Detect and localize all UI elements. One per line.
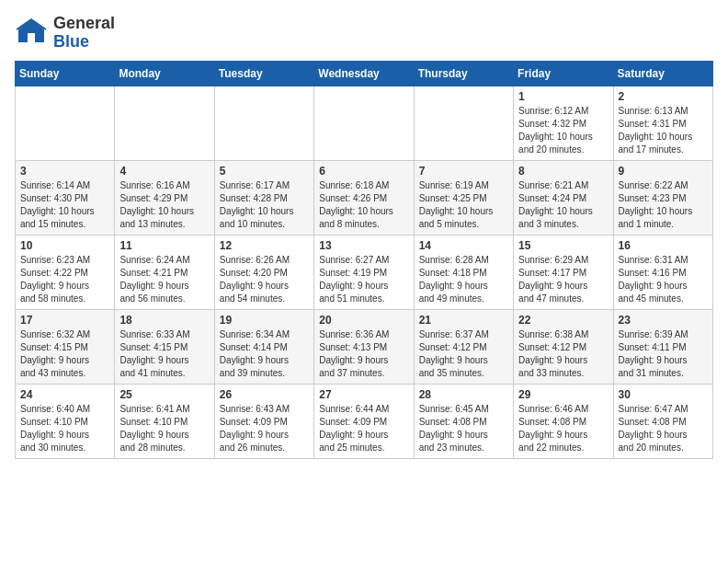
day-header-sunday: Sunday [16, 61, 115, 86]
day-info: Sunrise: 6:14 AM Sunset: 4:30 PM Dayligh… [20, 179, 109, 231]
calendar-cell: 26Sunrise: 6:43 AM Sunset: 4:09 PM Dayli… [214, 384, 313, 458]
calendar-cell: 4Sunrise: 6:16 AM Sunset: 4:29 PM Daylig… [115, 160, 214, 235]
day-number: 1 [518, 90, 608, 103]
day-info: Sunrise: 6:37 AM Sunset: 4:12 PM Dayligh… [419, 328, 508, 380]
day-number: 14 [419, 239, 508, 252]
logo: GeneralBlue [15, 15, 115, 52]
calendar-cell: 14Sunrise: 6:28 AM Sunset: 4:18 PM Dayli… [414, 235, 513, 309]
logo-text: GeneralBlue [53, 15, 115, 52]
calendar-cell: 7Sunrise: 6:19 AM Sunset: 4:25 PM Daylig… [414, 160, 513, 235]
day-number: 13 [319, 239, 408, 252]
calendar-cell: 24Sunrise: 6:40 AM Sunset: 4:10 PM Dayli… [16, 384, 115, 458]
calendar-cell: 12Sunrise: 6:26 AM Sunset: 4:20 PM Dayli… [214, 235, 313, 309]
day-info: Sunrise: 6:23 AM Sunset: 4:22 PM Dayligh… [20, 254, 109, 305]
day-number: 21 [419, 314, 508, 327]
calendar-cell: 16Sunrise: 6:31 AM Sunset: 4:16 PM Dayli… [613, 235, 712, 309]
day-number: 27 [319, 388, 408, 401]
day-info: Sunrise: 6:46 AM Sunset: 4:08 PM Dayligh… [518, 403, 608, 454]
day-number: 30 [619, 388, 708, 401]
calendar-week-row: 3Sunrise: 6:14 AM Sunset: 4:30 PM Daylig… [16, 160, 713, 235]
day-number: 18 [119, 314, 209, 327]
day-info: Sunrise: 6:22 AM Sunset: 4:23 PM Dayligh… [619, 179, 708, 231]
day-info: Sunrise: 6:31 AM Sunset: 4:16 PM Dayligh… [619, 254, 708, 305]
day-info: Sunrise: 6:44 AM Sunset: 4:09 PM Dayligh… [319, 403, 408, 454]
calendar-cell [414, 86, 513, 160]
calendar-cell: 23Sunrise: 6:39 AM Sunset: 4:11 PM Dayli… [613, 309, 712, 384]
day-number: 8 [518, 165, 608, 178]
day-number: 9 [619, 165, 708, 178]
calendar-cell [115, 86, 214, 160]
day-header-monday: Monday [115, 61, 214, 86]
day-number: 25 [119, 388, 209, 401]
day-info: Sunrise: 6:39 AM Sunset: 4:11 PM Dayligh… [619, 328, 708, 380]
day-info: Sunrise: 6:34 AM Sunset: 4:14 PM Dayligh… [220, 328, 309, 380]
calendar-week-row: 17Sunrise: 6:32 AM Sunset: 4:15 PM Dayli… [16, 309, 713, 384]
day-info: Sunrise: 6:18 AM Sunset: 4:26 PM Dayligh… [319, 179, 408, 231]
day-number: 7 [419, 165, 508, 178]
day-info: Sunrise: 6:29 AM Sunset: 4:17 PM Dayligh… [518, 254, 608, 305]
day-info: Sunrise: 6:32 AM Sunset: 4:15 PM Dayligh… [20, 328, 109, 380]
day-number: 2 [619, 90, 708, 103]
day-number: 24 [20, 388, 109, 401]
day-header-tuesday: Tuesday [214, 61, 313, 86]
calendar-week-row: 24Sunrise: 6:40 AM Sunset: 4:10 PM Dayli… [16, 384, 713, 458]
day-number: 28 [419, 388, 508, 401]
day-info: Sunrise: 6:16 AM Sunset: 4:29 PM Dayligh… [119, 179, 209, 231]
calendar-cell: 13Sunrise: 6:27 AM Sunset: 4:19 PM Dayli… [314, 235, 414, 309]
calendar-cell: 19Sunrise: 6:34 AM Sunset: 4:14 PM Dayli… [214, 309, 313, 384]
svg-rect-2 [28, 33, 35, 42]
day-info: Sunrise: 6:45 AM Sunset: 4:08 PM Dayligh… [419, 403, 508, 454]
day-number: 6 [319, 165, 408, 178]
calendar-cell: 22Sunrise: 6:38 AM Sunset: 4:12 PM Dayli… [514, 309, 613, 384]
day-number: 10 [20, 239, 109, 252]
page-header: GeneralBlue [15, 15, 713, 52]
day-info: Sunrise: 6:43 AM Sunset: 4:09 PM Dayligh… [220, 403, 309, 454]
day-info: Sunrise: 6:38 AM Sunset: 4:12 PM Dayligh… [518, 328, 608, 380]
calendar-cell: 6Sunrise: 6:18 AM Sunset: 4:26 PM Daylig… [314, 160, 414, 235]
day-number: 4 [119, 165, 209, 178]
day-info: Sunrise: 6:41 AM Sunset: 4:10 PM Dayligh… [119, 403, 209, 454]
day-info: Sunrise: 6:12 AM Sunset: 4:32 PM Dayligh… [518, 105, 608, 156]
calendar-cell: 10Sunrise: 6:23 AM Sunset: 4:22 PM Dayli… [16, 235, 115, 309]
day-info: Sunrise: 6:13 AM Sunset: 4:31 PM Dayligh… [619, 105, 708, 156]
calendar-cell: 5Sunrise: 6:17 AM Sunset: 4:28 PM Daylig… [214, 160, 313, 235]
day-header-saturday: Saturday [613, 61, 712, 86]
calendar-cell: 8Sunrise: 6:21 AM Sunset: 4:24 PM Daylig… [514, 160, 613, 235]
calendar-cell: 15Sunrise: 6:29 AM Sunset: 4:17 PM Dayli… [514, 235, 613, 309]
calendar-cell: 20Sunrise: 6:36 AM Sunset: 4:13 PM Dayli… [314, 309, 414, 384]
calendar-week-row: 1Sunrise: 6:12 AM Sunset: 4:32 PM Daylig… [16, 86, 713, 160]
day-number: 17 [20, 314, 109, 327]
day-header-thursday: Thursday [414, 61, 513, 86]
calendar-week-row: 10Sunrise: 6:23 AM Sunset: 4:22 PM Dayli… [16, 235, 713, 309]
day-number: 12 [220, 239, 309, 252]
day-info: Sunrise: 6:24 AM Sunset: 4:21 PM Dayligh… [119, 254, 209, 305]
calendar-cell: 2Sunrise: 6:13 AM Sunset: 4:31 PM Daylig… [613, 86, 712, 160]
day-info: Sunrise: 6:36 AM Sunset: 4:13 PM Dayligh… [319, 328, 408, 380]
day-number: 29 [518, 388, 608, 401]
logo-icon [15, 17, 48, 50]
calendar-cell: 27Sunrise: 6:44 AM Sunset: 4:09 PM Dayli… [314, 384, 414, 458]
calendar-cell: 17Sunrise: 6:32 AM Sunset: 4:15 PM Dayli… [16, 309, 115, 384]
day-info: Sunrise: 6:27 AM Sunset: 4:19 PM Dayligh… [319, 254, 408, 305]
day-number: 16 [619, 239, 708, 252]
day-number: 15 [518, 239, 608, 252]
day-info: Sunrise: 6:47 AM Sunset: 4:08 PM Dayligh… [619, 403, 708, 454]
day-number: 23 [619, 314, 708, 327]
calendar-header-row: SundayMondayTuesdayWednesdayThursdayFrid… [16, 61, 713, 86]
calendar-cell: 25Sunrise: 6:41 AM Sunset: 4:10 PM Dayli… [115, 384, 214, 458]
day-number: 3 [20, 165, 109, 178]
calendar-cell: 28Sunrise: 6:45 AM Sunset: 4:08 PM Dayli… [414, 384, 513, 458]
day-number: 20 [319, 314, 408, 327]
day-number: 19 [220, 314, 309, 327]
calendar-cell: 9Sunrise: 6:22 AM Sunset: 4:23 PM Daylig… [613, 160, 712, 235]
calendar-cell: 3Sunrise: 6:14 AM Sunset: 4:30 PM Daylig… [16, 160, 115, 235]
calendar-cell [314, 86, 414, 160]
calendar-cell: 30Sunrise: 6:47 AM Sunset: 4:08 PM Dayli… [613, 384, 712, 458]
day-header-friday: Friday [514, 61, 613, 86]
calendar-cell [16, 86, 115, 160]
day-number: 5 [220, 165, 309, 178]
day-number: 26 [220, 388, 309, 401]
day-info: Sunrise: 6:33 AM Sunset: 4:15 PM Dayligh… [119, 328, 209, 380]
calendar-cell: 18Sunrise: 6:33 AM Sunset: 4:15 PM Dayli… [115, 309, 214, 384]
calendar-cell: 21Sunrise: 6:37 AM Sunset: 4:12 PM Dayli… [414, 309, 513, 384]
